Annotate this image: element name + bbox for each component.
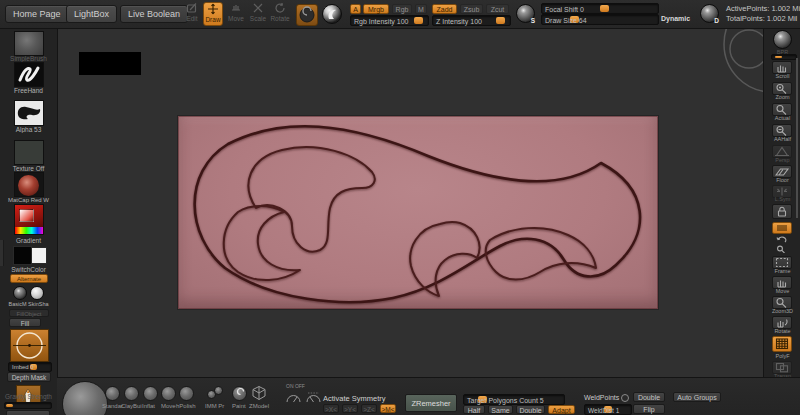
alpha-53-icon [15,101,43,125]
dynamic-toggle[interactable]: Dynamic [661,15,690,22]
secondary-color-swatch[interactable] [31,247,47,264]
switch-color-button[interactable]: SwitchColor [0,266,57,273]
hue-strip[interactable] [15,227,43,234]
depth-gauge[interactable] [10,329,49,362]
alpha-selector[interactable] [14,100,44,126]
undo-history-button[interactable] [772,236,792,244]
paint-brush-button[interactable] [232,386,247,401]
zsub-toggle[interactable]: Zsub [460,4,483,14]
plane3d-object[interactable] [178,116,658,309]
sv-square[interactable] [19,209,34,222]
shelf-scrollbar[interactable] [796,58,798,218]
zbrush-window: Home Page LightBox Live Boolean Edit Dra… [0,0,800,415]
brush-swirl-glyph [323,5,343,25]
symmetry-y-button[interactable]: >Y< [342,404,358,413]
zmodeler-button[interactable] [251,385,267,401]
brush-standard[interactable] [105,386,120,401]
focal-shift-handle[interactable] [600,5,609,12]
half-button[interactable]: Half [463,405,485,414]
gauge-1-button[interactable] [285,390,302,403]
zcut-toggle[interactable]: Zcut [486,4,509,14]
material-label: MatCap Red W [0,197,57,203]
color-picker[interactable] [14,204,44,235]
adapt-button[interactable]: Adapt [548,405,575,414]
move-mode-button[interactable]: Move [226,2,246,26]
z-intensity-value: 100 [470,17,482,24]
gravity-strength-handle[interactable] [6,404,13,407]
brush-inflat[interactable] [143,386,158,401]
skin-shade-ball[interactable] [30,286,44,300]
target-polygons-label: Target Polygons Count [467,396,538,403]
current-brush-preview[interactable] [62,381,108,415]
alternate-button[interactable]: Alternate [10,274,48,283]
z-intensity-slider[interactable]: Z Intensity 100 [432,15,511,26]
symmetry-x-button[interactable]: >X< [323,404,339,413]
imm-primitives-button[interactable] [207,386,223,401]
gravity-strength-slider[interactable] [4,402,52,409]
fill-object-button[interactable]: FillObject [9,309,49,317]
rotate-mode-button[interactable]: Rotate [270,2,290,26]
sculpting-brush-ball-icon[interactable] [322,4,342,24]
z-intensity-handle[interactable] [496,17,505,24]
flip-button[interactable]: Flip [633,404,665,414]
zremesher-button[interactable]: ZRemesher [405,394,457,412]
paint-mrgb-toggle[interactable]: Mrgb [363,4,389,14]
stroke-selector[interactable] [14,62,44,87]
draw-pointer-ball-icon[interactable]: D [700,4,719,23]
home-page-button[interactable]: Home Page [5,5,69,23]
scale-icon [252,2,264,14]
camera-nav-rings-icon[interactable] [677,28,763,127]
rgb-intensity-slider[interactable]: Rgb Intensity 100 [350,15,429,26]
scale-mode-button[interactable]: Scale [248,2,268,26]
imbed-slider[interactable]: Imbed 0 [8,362,52,372]
current-tool-button[interactable] [296,4,318,26]
gauge2-icon [305,391,322,404]
document-canvas[interactable] [57,28,763,377]
rgb-intensity-handle[interactable] [414,17,423,24]
main-color-swatch[interactable] [13,246,32,265]
search-button[interactable] [772,245,792,253]
paint-rgb-toggle[interactable]: Rgb [392,4,412,14]
weld-dist-slider[interactable]: WeldDist 1 [584,404,632,415]
brush-hpolish[interactable] [179,386,194,401]
lock-camera-button[interactable] [772,204,792,219]
symmetry-z-button[interactable]: >Z< [361,404,377,413]
brush-selector[interactable] [14,31,44,56]
stroke-ball-icon[interactable]: S [516,4,535,23]
bpr-render-ball[interactable] [773,30,792,49]
brush-claybuildup[interactable] [124,386,139,401]
bpr-quality-handle[interactable] [775,56,782,58]
texture-selector[interactable] [14,140,44,165]
lightbox-button[interactable]: LightBox [66,5,117,23]
symmetry-m-button[interactable]: >M< [380,404,396,413]
zadd-toggle[interactable]: Zadd [432,4,457,14]
paint-a-toggle[interactable]: A [350,4,361,14]
edit-mode-button[interactable] [115,2,135,26]
weld-double-button[interactable]: Double [633,392,665,402]
cam-view-button[interactable] [772,222,792,234]
auto-groups-button[interactable]: Auto Groups [673,392,721,402]
weld-points-radio-icon[interactable] [621,394,629,402]
paint-m-toggle[interactable]: M [415,4,427,14]
edit-mode-button[interactable]: Edit [182,2,202,26]
draw-size-slider[interactable]: Draw Size 64 [541,14,659,25]
tray-splitter-handle[interactable] [0,240,4,266]
fin-stroke [486,228,596,280]
focal-shift-slider[interactable]: Focal Shift 0 [541,3,659,14]
bpr-quality-slider[interactable] [771,54,797,60]
brush-move[interactable] [161,386,176,401]
same-button[interactable]: Same [488,405,513,414]
draw-mode-button[interactable]: Draw [203,2,223,26]
double-button[interactable]: Double [516,405,545,414]
gauge-2-button[interactable] [305,390,322,403]
weld-points-toggle[interactable]: WeldPoints [584,394,629,402]
depth-mask-button[interactable]: Depth Mask [7,372,51,382]
fill-button[interactable]: Fill [9,318,41,327]
target-polygons-slider[interactable]: Target Polygons Count 5 [463,394,565,405]
material-selector[interactable] [14,172,44,197]
basic-material-ball[interactable] [13,286,27,300]
zoom3d-magnifier-icon [773,297,791,308]
gradient-label[interactable]: Gradient [0,237,57,244]
polyframe-button[interactable] [772,336,792,352]
tray-clipped-button[interactable] [6,410,50,415]
